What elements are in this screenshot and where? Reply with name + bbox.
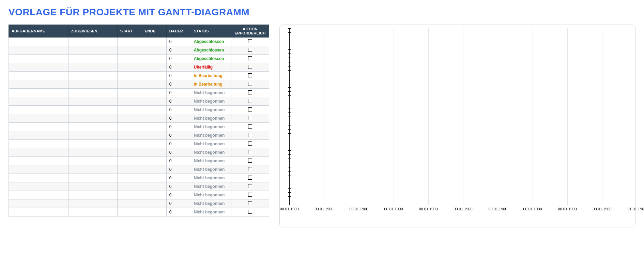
cell-assigned[interactable]: [68, 123, 117, 131]
cell-end[interactable]: [142, 97, 166, 106]
cell-name[interactable]: [9, 165, 68, 174]
cell-end[interactable]: [142, 182, 166, 191]
cell-end[interactable]: [142, 191, 166, 199]
cell-duration[interactable]: 0: [166, 140, 191, 148]
cell-name[interactable]: [9, 80, 68, 89]
cell-status[interactable]: Abgeschlossen: [191, 46, 231, 55]
cell-start[interactable]: [117, 106, 142, 114]
cell-start[interactable]: [117, 157, 142, 165]
cell-end[interactable]: [142, 174, 166, 182]
cell-start[interactable]: [117, 97, 142, 106]
action-checkbox[interactable]: [248, 99, 252, 103]
action-checkbox[interactable]: [248, 150, 252, 154]
cell-name[interactable]: [9, 157, 68, 165]
cell-assigned[interactable]: [68, 157, 117, 165]
cell-status[interactable]: Nicht begonnen: [191, 140, 231, 148]
cell-end[interactable]: [142, 89, 166, 97]
cell-start[interactable]: [117, 38, 142, 46]
cell-duration[interactable]: 0: [166, 182, 191, 191]
action-checkbox[interactable]: [248, 193, 252, 197]
cell-name[interactable]: [9, 174, 68, 182]
cell-end[interactable]: [142, 131, 166, 140]
action-checkbox[interactable]: [248, 133, 252, 137]
cell-duration[interactable]: 0: [166, 80, 191, 89]
cell-start[interactable]: [117, 208, 142, 216]
cell-name[interactable]: [9, 63, 68, 72]
cell-status[interactable]: Nicht begonnen: [191, 97, 231, 106]
cell-duration[interactable]: 0: [166, 38, 191, 46]
cell-duration[interactable]: 0: [166, 114, 191, 123]
cell-start[interactable]: [117, 131, 142, 140]
cell-start[interactable]: [117, 140, 142, 148]
cell-status[interactable]: Nicht begonnen: [191, 114, 231, 123]
cell-start[interactable]: [117, 191, 142, 199]
cell-end[interactable]: [142, 140, 166, 148]
cell-start[interactable]: [117, 55, 142, 63]
cell-status[interactable]: Nicht begonnen: [191, 182, 231, 191]
cell-assigned[interactable]: [68, 89, 117, 97]
action-checkbox[interactable]: [248, 210, 252, 214]
cell-status[interactable]: Nicht begonnen: [191, 148, 231, 157]
cell-start[interactable]: [117, 165, 142, 174]
cell-duration[interactable]: 0: [166, 174, 191, 182]
cell-status[interactable]: Abgeschlossen: [191, 55, 231, 63]
cell-start[interactable]: [117, 63, 142, 72]
cell-duration[interactable]: 0: [166, 148, 191, 157]
cell-end[interactable]: [142, 148, 166, 157]
action-checkbox[interactable]: [248, 82, 252, 86]
cell-duration[interactable]: 0: [166, 55, 191, 63]
cell-end[interactable]: [142, 157, 166, 165]
cell-end[interactable]: [142, 123, 166, 131]
action-checkbox[interactable]: [248, 184, 252, 188]
cell-duration[interactable]: 0: [166, 123, 191, 131]
cell-assigned[interactable]: [68, 72, 117, 80]
action-checkbox[interactable]: [248, 141, 252, 146]
cell-status[interactable]: Nicht begonnen: [191, 174, 231, 182]
cell-assigned[interactable]: [68, 63, 117, 72]
cell-name[interactable]: [9, 140, 68, 148]
cell-start[interactable]: [117, 182, 142, 191]
cell-start[interactable]: [117, 89, 142, 97]
cell-duration[interactable]: 0: [166, 46, 191, 55]
cell-assigned[interactable]: [68, 174, 117, 182]
cell-assigned[interactable]: [68, 140, 117, 148]
action-checkbox[interactable]: [248, 39, 252, 43]
action-checkbox[interactable]: [248, 176, 252, 180]
cell-status[interactable]: Nicht begonnen: [191, 199, 231, 208]
cell-name[interactable]: [9, 148, 68, 157]
cell-end[interactable]: [142, 63, 166, 72]
cell-duration[interactable]: 0: [166, 157, 191, 165]
cell-name[interactable]: [9, 89, 68, 97]
cell-name[interactable]: [9, 72, 68, 80]
cell-duration[interactable]: 0: [166, 131, 191, 140]
cell-name[interactable]: [9, 106, 68, 114]
action-checkbox[interactable]: [248, 73, 252, 77]
action-checkbox[interactable]: [248, 201, 252, 205]
cell-name[interactable]: [9, 131, 68, 140]
cell-duration[interactable]: 0: [166, 208, 191, 216]
cell-start[interactable]: [117, 114, 142, 123]
cell-duration[interactable]: 0: [166, 63, 191, 72]
cell-duration[interactable]: 0: [166, 89, 191, 97]
cell-duration[interactable]: 0: [166, 191, 191, 199]
cell-status[interactable]: Nicht begonnen: [191, 157, 231, 165]
cell-duration[interactable]: 0: [166, 97, 191, 106]
cell-status[interactable]: Nicht begonnen: [191, 165, 231, 174]
cell-name[interactable]: [9, 46, 68, 55]
action-checkbox[interactable]: [248, 107, 252, 111]
cell-assigned[interactable]: [68, 208, 117, 216]
cell-start[interactable]: [117, 80, 142, 89]
action-checkbox[interactable]: [248, 159, 252, 163]
cell-end[interactable]: [142, 55, 166, 63]
cell-status[interactable]: Abgeschlossen: [191, 38, 231, 46]
cell-assigned[interactable]: [68, 55, 117, 63]
cell-status[interactable]: Nicht begonnen: [191, 106, 231, 114]
cell-end[interactable]: [142, 38, 166, 46]
cell-name[interactable]: [9, 114, 68, 123]
cell-end[interactable]: [142, 46, 166, 55]
cell-status[interactable]: Nicht begonnen: [191, 208, 231, 216]
cell-end[interactable]: [142, 114, 166, 123]
cell-start[interactable]: [117, 123, 142, 131]
cell-status[interactable]: In Bearbeitung: [191, 72, 231, 80]
cell-duration[interactable]: 0: [166, 165, 191, 174]
